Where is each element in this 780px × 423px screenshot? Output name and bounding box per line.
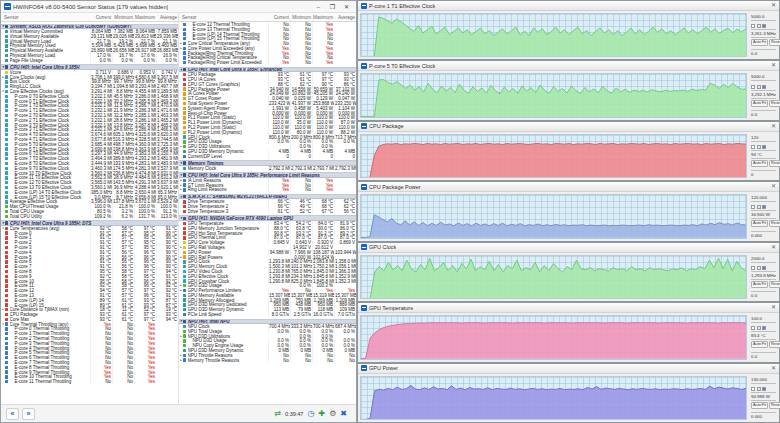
move-value-right-button[interactable]: » [22, 408, 35, 420]
reset-button[interactable]: Reset [769, 160, 780, 167]
sensor-row[interactable]: Current/DP Level0000 [179, 154, 356, 159]
close-icon[interactable]: ✕ [771, 303, 776, 312]
graph-titlebar[interactable]: P-core 1 T1 Effective Clock✕ [358, 1, 779, 11]
autofit-button[interactable]: Auto Fit [751, 402, 768, 409]
color-swatch[interactable] [751, 326, 755, 330]
column-header-minimum[interactable]: Minimum [112, 15, 134, 20]
reset-button[interactable]: Reset [769, 39, 780, 46]
close-icon[interactable]: ✕ [771, 122, 776, 131]
close-icon[interactable]: ✕ [771, 364, 776, 373]
column-header-minimum[interactable]: Minimum [290, 15, 312, 20]
autofit-button[interactable]: Auto Fit [751, 220, 768, 227]
autofit-button[interactable]: Auto Fit [751, 341, 768, 348]
reset-button[interactable]: Reset [769, 402, 780, 409]
color-swatch[interactable] [762, 85, 766, 89]
sensor-value: 2,792.3 MHz [268, 166, 290, 171]
color-swatch[interactable] [757, 387, 761, 391]
report-add-icon[interactable]: ✚ [318, 408, 325, 420]
reset-button[interactable]: Reset [769, 100, 780, 107]
reset-button[interactable]: Reset [769, 220, 780, 227]
graph-titlebar[interactable]: GPU Clock✕ [358, 243, 779, 253]
usage-icon [183, 145, 186, 148]
color-swatch[interactable] [757, 266, 761, 270]
gauge-icon [5, 30, 8, 33]
color-swatch[interactable] [757, 85, 761, 89]
column-header-sensor[interactable]: Sensor [179, 15, 268, 20]
sensor-row[interactable]: Package/Ring Power Limit ExceededYesNoYe… [179, 60, 356, 65]
close-icon[interactable]: ✕ [771, 182, 776, 191]
sensor-row[interactable]: Total CPU Utility109.2 %6.2 %131.7 %113.… [1, 214, 178, 219]
color-swatch[interactable] [757, 24, 761, 28]
column-header-current[interactable]: Current [268, 15, 290, 20]
color-swatch[interactable] [751, 145, 755, 149]
color-swatch[interactable] [757, 205, 761, 209]
column-header[interactable]: SensorCurrentMinimumMaximumAverage [179, 13, 356, 22]
close-icon[interactable]: ✕ [771, 61, 776, 70]
sensor-row[interactable]: Drive Temperature 361 °C52 °C67 °C56 °C [179, 209, 356, 214]
graph-ymin-label: 0 [751, 170, 776, 177]
sensor-value: 0.0 % [268, 139, 290, 144]
clock-icon[interactable]: ◷ [307, 408, 314, 420]
close-sensors-icon[interactable]: ✖ [340, 408, 347, 420]
color-swatch[interactable] [757, 326, 761, 330]
clock-icon [5, 200, 8, 203]
column-header-maximum[interactable]: Maximum [312, 15, 334, 20]
color-swatch[interactable] [751, 266, 755, 270]
close-icon[interactable]: ✕ [771, 1, 776, 10]
color-swatch[interactable] [762, 24, 766, 28]
info-icon [183, 183, 186, 186]
color-swatch[interactable] [751, 24, 755, 28]
graph-current-value: 1,293.8 MHz [751, 271, 776, 280]
thermometer-icon [5, 251, 8, 254]
move-value-left-button[interactable]: « [6, 408, 19, 420]
color-swatch[interactable] [762, 145, 766, 149]
sensor-row[interactable]: Page File Usage0.0 %0.0 %0.0 %0.0 % [1, 58, 178, 63]
reset-button[interactable]: Reset [769, 281, 780, 288]
autofit-button[interactable]: Auto Fit [751, 281, 768, 288]
color-swatch[interactable] [751, 205, 755, 209]
color-swatch[interactable] [762, 266, 766, 270]
info-icon [183, 51, 186, 54]
sensor-transfer-icon[interactable]: ⇄ [274, 408, 281, 420]
sensor-value: 0.0 % [334, 139, 356, 144]
reset-button[interactable]: Reset [769, 341, 780, 348]
info-icon [5, 322, 8, 325]
column-header-current[interactable]: Current [90, 15, 112, 20]
autofit-button[interactable]: Auto Fit [751, 160, 768, 167]
column-header-maximum[interactable]: Maximum [134, 15, 156, 20]
graph-titlebar[interactable]: GPU Power✕ [358, 364, 779, 374]
color-swatch[interactable] [751, 387, 755, 391]
column-header-sensor[interactable]: Sensor [1, 15, 90, 20]
sensor-value: 94 °C [156, 317, 178, 322]
thermometer-icon [5, 294, 8, 297]
autofit-button[interactable]: Auto Fit [751, 100, 768, 107]
autofit-button[interactable]: Auto Fit [751, 39, 768, 46]
sensor-rows-right: E-core 12 Thermal ThrottlingNoNoYesE-cor… [179, 22, 356, 404]
color-swatch[interactable] [762, 387, 766, 391]
sensor-row[interactable]: ▸Ring Limit ReasonsYesNoYes [179, 187, 356, 192]
gear-icon[interactable]: ⚙ [329, 408, 336, 420]
sensor-row[interactable]: E-core 11 Thermal ThrottlingNoNoYes [1, 379, 178, 384]
color-swatch[interactable] [757, 145, 761, 149]
close-button[interactable]: ✕ [340, 2, 353, 12]
sensor-value: 0 [290, 154, 312, 159]
column-header-average[interactable]: Average [334, 15, 356, 20]
sensor-row[interactable]: Memory Clock2,792.3 MHz2,792.3 MHz2,793.… [179, 166, 356, 171]
graph-titlebar[interactable]: P-core 5 T0 Effective Clock✕ [358, 61, 779, 71]
column-header[interactable]: SensorCurrentMinimumMaximumAverage [1, 13, 178, 22]
device-icon [5, 25, 8, 28]
sensor-row[interactable]: ▸Memory Throttle ReasonsNoNoNoNo [179, 358, 356, 363]
color-swatch[interactable] [762, 326, 766, 330]
color-swatch[interactable] [751, 85, 755, 89]
column-header-average[interactable]: Average [156, 15, 178, 20]
graph-titlebar[interactable]: CPU Package✕ [358, 122, 779, 132]
graph-titlebar[interactable]: CPU Package Power✕ [358, 182, 779, 192]
graph-titlebar[interactable]: GPU Temperature✕ [358, 303, 779, 313]
minimize-button[interactable]: – [312, 2, 325, 12]
maximize-button[interactable]: ❐ [326, 2, 339, 12]
window-titlebar[interactable]: HWiNFO64 v8.00-5400 Sensor Status [179 v… [1, 1, 356, 13]
close-icon[interactable]: ✕ [771, 243, 776, 252]
sensor-row[interactable]: PCIe Link Speed8.0 GT/s2.5 GT/s16.0 GT/s… [179, 312, 356, 317]
device-icon [5, 65, 8, 68]
color-swatch[interactable] [762, 205, 766, 209]
